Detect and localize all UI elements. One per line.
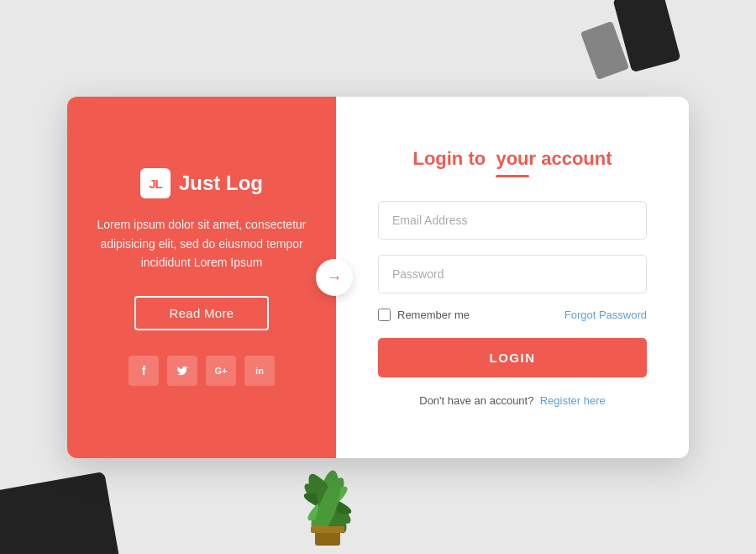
social-icons-group: f G+ in bbox=[129, 356, 275, 386]
svg-point-7 bbox=[310, 477, 346, 539]
no-account-text: Don't have an account? bbox=[419, 394, 533, 407]
login-button[interactable]: LOGIN bbox=[378, 338, 647, 377]
email-form-group bbox=[378, 201, 647, 240]
register-link[interactable]: Register here bbox=[540, 394, 606, 407]
svg-point-4 bbox=[302, 488, 354, 519]
arrow-button[interactable]: → bbox=[316, 259, 353, 296]
forgot-password-link[interactable]: Forgot Password bbox=[564, 309, 647, 321]
bg-tablet-top-right bbox=[612, 0, 680, 72]
twitter-icon[interactable] bbox=[167, 356, 197, 386]
svg-rect-9 bbox=[311, 526, 344, 533]
logo-label: Just Log bbox=[179, 171, 263, 195]
facebook-icon[interactable]: f bbox=[129, 356, 159, 386]
title-underline bbox=[496, 175, 529, 177]
logo-area: JL Just Log bbox=[140, 168, 263, 198]
login-title-accent: your account bbox=[496, 148, 612, 169]
svg-point-6 bbox=[312, 477, 343, 539]
login-title-plain: Login to bbox=[412, 148, 486, 169]
left-panel: JL Just Log Lorem ipsum dolor sit amet, … bbox=[67, 97, 336, 458]
arrow-icon: → bbox=[327, 270, 342, 285]
left-description: Lorem ipsum dolor sit amet, consectetur … bbox=[92, 215, 311, 272]
remember-me-label[interactable]: Remember me bbox=[378, 309, 470, 321]
password-input[interactable] bbox=[378, 255, 647, 293]
form-options: Remember me Forgot Password bbox=[378, 309, 647, 321]
right-panel: Login to your account Remember me Forgot… bbox=[336, 97, 689, 458]
svg-point-1 bbox=[312, 469, 344, 539]
read-more-button[interactable]: Read More bbox=[134, 296, 270, 330]
google-plus-icon[interactable]: G+ bbox=[206, 356, 236, 386]
login-card: JL Just Log Lorem ipsum dolor sit amet, … bbox=[67, 97, 689, 458]
remember-me-checkbox[interactable] bbox=[378, 309, 391, 321]
email-input[interactable] bbox=[378, 201, 647, 240]
password-form-group bbox=[378, 255, 647, 293]
register-text: Don't have an account? Register here bbox=[419, 394, 605, 407]
svg-point-0 bbox=[302, 469, 354, 537]
linkedin-icon[interactable]: in bbox=[244, 356, 275, 386]
svg-point-3 bbox=[306, 474, 349, 534]
bg-black-bottom-left bbox=[0, 472, 122, 554]
login-title: Login to your account bbox=[412, 148, 612, 170]
remember-me-text: Remember me bbox=[397, 309, 470, 321]
svg-point-5 bbox=[304, 483, 351, 525]
svg-rect-8 bbox=[315, 529, 340, 546]
logo-icon: JL bbox=[140, 168, 171, 198]
svg-point-2 bbox=[300, 478, 355, 529]
bg-tablet-top-left bbox=[580, 21, 629, 80]
